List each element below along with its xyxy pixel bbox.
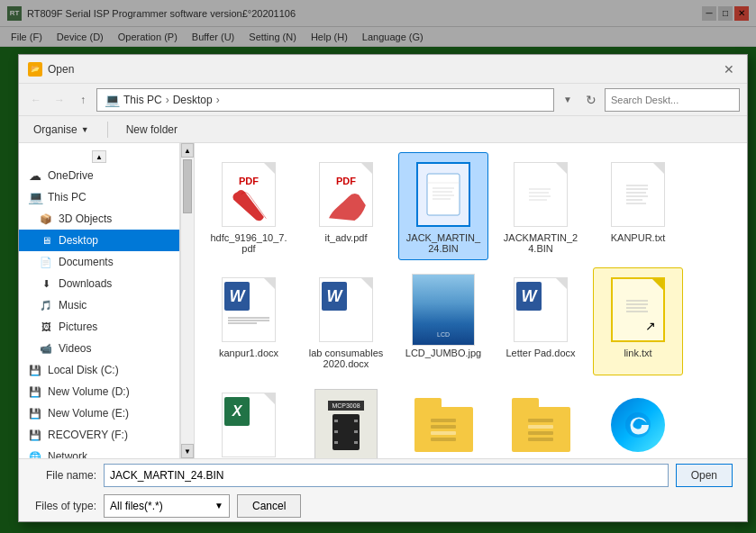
new-volume-d-icon: 💾	[28, 384, 42, 399]
hdfc-pdf-name: hdfc_9196_10_7.pdf	[210, 232, 287, 254]
letter-pad-name: Letter Pad.docx	[506, 348, 575, 358]
file-item-zip-folder-1[interactable]	[398, 383, 488, 458]
sidebar-container: ▲ ☁ OneDrive 💻 This PC 📦 3D Objects	[19, 143, 195, 458]
new-folder-button[interactable]: New folder	[119, 121, 185, 139]
cancel-button-container: Cancel	[237, 494, 301, 518]
path-computer-icon: 💻	[105, 93, 120, 107]
sidebar-item-new-volume-d[interactable]: 💾 New Volume (D:)	[19, 381, 179, 402]
sidebar-label-new-volume-d: New Volume (D:)	[48, 385, 130, 398]
address-path[interactable]: 💻 This PC › Desktop ›	[96, 88, 554, 112]
file-item-lcd-jumbo[interactable]: LCD LCD_JUMBO.jpg	[398, 267, 488, 375]
sidebar-item-videos[interactable]: 📹 Videos	[19, 338, 179, 359]
up-button[interactable]: ↑	[73, 90, 93, 110]
filetype-label: Files of type:	[33, 500, 96, 512]
file-item-mcp3008[interactable]: MCP3008	[301, 383, 391, 458]
sidebar-item-recovery-f[interactable]: 💾 RECOVERY (F:)	[19, 424, 179, 446]
sidebar-label-3d-objects: 3D Objects	[59, 212, 112, 225]
lcd-img-icon: LCD	[412, 274, 475, 346]
footer-buttons: Open	[676, 464, 733, 487]
sidebar-scroll-thumb[interactable]	[183, 159, 192, 213]
file-item-link-txt[interactable]: ↗ link.txt	[593, 267, 683, 375]
sidebar-item-local-disk-c[interactable]: 💾 Local Disk (C:)	[19, 359, 179, 381]
file-item-lab-consumables[interactable]: W lab consumables 2020.docx	[301, 267, 391, 375]
organise-button[interactable]: Organise ▼	[26, 121, 96, 139]
new-folder-label: New folder	[126, 123, 178, 136]
videos-icon: 📹	[39, 341, 53, 356]
recovery-f-icon: 💾	[28, 428, 42, 442]
pictures-icon: 🖼	[39, 320, 53, 334]
word-corner-kanpur1	[264, 278, 275, 289]
file-item-kanpur1-docx[interactable]: W kanpur1.docx	[204, 267, 294, 375]
file-item-jackmartin-bin[interactable]: JACKMARTIN_24.BIN	[496, 152, 586, 260]
address-bar: ← → ↑ 💻 This PC › Desktop › ▼ ↻	[19, 84, 747, 116]
open-dialog: 📂 Open ✕ ← → ↑ 💻 This PC › Desktop › ▼ ↻	[18, 54, 748, 522]
file-item-it-adv-pdf[interactable]: PDF it_adv.pdf	[301, 152, 391, 260]
sidebar-item-music[interactable]: 🎵 Music	[19, 294, 179, 316]
sidebar-label-this-pc: This PC	[48, 191, 87, 203]
file-item-zip-folder-2[interactable]	[496, 383, 586, 458]
dialog-title-text: Open	[48, 63, 74, 76]
cancel-button[interactable]: Cancel	[237, 494, 301, 518]
sidebar-scroll-up[interactable]: ▲	[92, 150, 106, 163]
generic-corner-jackmartin	[556, 163, 567, 174]
dialog-title-bar: 📂 Open ✕	[19, 55, 747, 84]
sidebar-scroll-down-btn[interactable]: ▼	[181, 444, 194, 458]
generic-corner-kanpur	[653, 163, 664, 174]
file-item-kanpur-txt[interactable]: KANPUR.txt	[593, 152, 683, 260]
filename-input[interactable]	[104, 464, 669, 487]
dialog-footer: File name: Open Files of type: All files…	[19, 458, 747, 521]
sidebar-item-onedrive[interactable]: ☁ OneDrive	[19, 165, 179, 186]
forward-button[interactable]: →	[50, 90, 69, 110]
sidebar-item-3d-objects[interactable]: 📦 3D Objects	[19, 208, 179, 230]
sidebar-item-pictures[interactable]: 🖼 Pictures	[19, 316, 179, 338]
sidebar: ▲ ☁ OneDrive 💻 This PC 📦 3D Objects	[19, 143, 180, 458]
toolbar-separator	[107, 122, 108, 138]
dialog-toolbar: Organise ▼ New folder	[19, 116, 747, 143]
file-item-jack-martin-bin[interactable]: JACK_MARTIN_24.BIN	[398, 152, 488, 260]
jack-martin-bin-icon	[412, 158, 475, 230]
sidebar-label-pictures: Pictures	[59, 321, 97, 333]
pdf-icon-hdfc: PDF	[222, 162, 276, 227]
filename-label: File name:	[33, 469, 96, 482]
sidebar-item-new-volume-e[interactable]: 💾 New Volume (E:)	[19, 402, 179, 424]
sidebar-scrollbar: ▲ ▼	[180, 143, 194, 458]
sidebar-scroll-up-btn[interactable]: ▲	[181, 143, 194, 158]
lcd-jumbo-name: LCD_JUMBO.jpg	[405, 348, 481, 358]
sidebar-label-music: Music	[59, 299, 87, 312]
lab-consumables-name: lab consumables 2020.docx	[307, 348, 385, 369]
kanpur1-docx-icon: W	[217, 274, 280, 346]
file-area: PDF hdfc_9196_10_7.pdf	[195, 143, 747, 458]
search-input[interactable]	[605, 88, 740, 112]
word-corner-letter-pad	[556, 278, 567, 289]
word-corner-lab	[361, 278, 372, 289]
file-item-letter-pad[interactable]: W Letter Pad.docx	[496, 267, 586, 375]
sidebar-item-this-pc[interactable]: 💻 This PC	[19, 186, 179, 208]
sidebar-item-documents[interactable]: 📄 Documents	[19, 251, 179, 273]
pdf-icon-it-adv: PDF	[319, 162, 373, 227]
sidebar-item-desktop[interactable]: 🖥 Desktop	[19, 230, 179, 251]
documents-icon: 📄	[39, 255, 53, 269]
file-item-edge[interactable]	[593, 383, 683, 458]
path-desktop[interactable]: Desktop	[173, 94, 213, 106]
sidebar-label-onedrive: OneDrive	[48, 169, 94, 182]
sidebar-item-downloads[interactable]: ⬇ Downloads	[19, 273, 179, 294]
link-txt-icon: ↗	[606, 274, 669, 346]
filetype-dropdown[interactable]: All files(*.*) ▼	[104, 494, 230, 518]
sidebar-label-network: Network	[48, 450, 87, 458]
downloads-icon: ⬇	[39, 276, 53, 291]
link-txt-name: link.txt	[624, 348, 651, 358]
sidebar-item-network[interactable]: 🌐 Network	[19, 446, 179, 458]
zip-body-2	[512, 407, 570, 452]
sidebar-label-desktop: Desktop	[59, 234, 98, 247]
back-button[interactable]: ←	[26, 90, 46, 110]
refresh-button[interactable]: ↻	[581, 90, 601, 110]
open-button[interactable]: Open	[676, 464, 733, 487]
sidebar-label-new-volume-e: New Volume (E:)	[48, 407, 129, 420]
dialog-close-button[interactable]: ✕	[720, 60, 738, 78]
file-item-hdfc-pdf[interactable]: PDF hdfc_9196_10_7.pdf	[204, 152, 294, 260]
dropdown-button[interactable]: ▼	[558, 90, 578, 110]
path-this-pc[interactable]: This PC	[123, 94, 162, 106]
filetype-row: Files of type: All files(*.*) ▼ Cancel	[33, 494, 733, 518]
jackmartin-bin-icon	[509, 158, 572, 230]
file-item-lot-location[interactable]: X	[204, 383, 294, 458]
